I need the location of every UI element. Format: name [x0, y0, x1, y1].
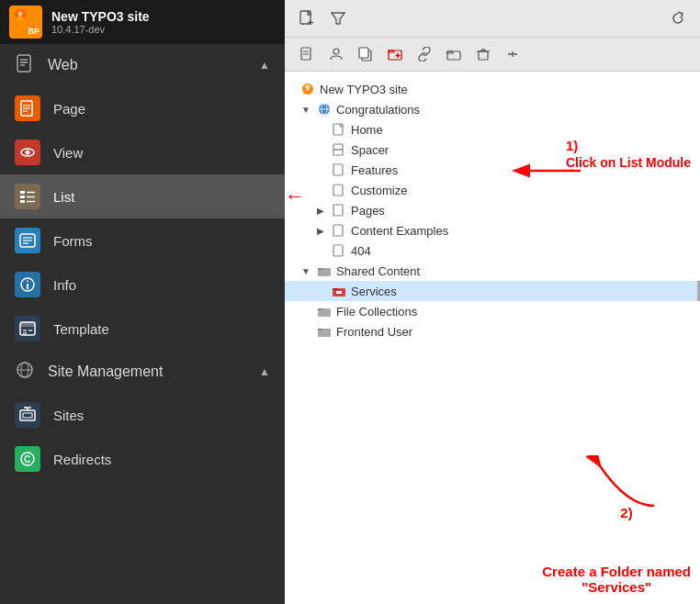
tree-item-home[interactable]: Home [285, 119, 700, 140]
tree-item-pages[interactable]: ▶ Pages [285, 200, 700, 220]
page-tree-icon5 [332, 223, 346, 238]
home-label: Home [351, 123, 383, 137]
tree-item-services[interactable]: Services [285, 281, 700, 301]
eye-icon [19, 144, 36, 161]
forms-icon [19, 232, 36, 249]
svg-rect-13 [20, 196, 25, 198]
info-nav-label: Info [53, 277, 76, 293]
nav-item-template[interactable]: Template [0, 307, 285, 351]
step2-line2: "Services" [542, 579, 691, 595]
more-button[interactable] [500, 41, 525, 67]
nav-item-redirects[interactable]: C Redirects [0, 437, 285, 481]
tree-item-features[interactable]: Features [285, 160, 700, 180]
new-folder-icon [388, 47, 402, 62]
tree-item-shared-content[interactable]: ▼ Shared Content [285, 261, 700, 281]
new-page-button[interactable] [294, 6, 320, 31]
nav-group-web-header[interactable]: Web ▲ [0, 44, 285, 86]
redirects-nav-label: Redirects [53, 452, 111, 467]
expand-home-icon [314, 123, 327, 136]
tree-item-frontend-user[interactable]: Frontend User [285, 321, 700, 341]
doc-icon [299, 47, 314, 62]
404-icon [331, 242, 347, 259]
toolbar-top-left [294, 6, 351, 31]
content-examples-label: Content Examples [351, 224, 448, 238]
svg-point-46 [333, 49, 339, 54]
sites-nav-icon [15, 402, 40, 428]
svg-marker-42 [332, 13, 344, 24]
delete-button[interactable] [470, 41, 496, 67]
expand-customize-icon [314, 184, 327, 196]
features-label: Features [351, 163, 398, 177]
svg-rect-12 [20, 191, 25, 194]
user-button[interactable] [323, 41, 349, 67]
nav-group-site-header[interactable]: Site Management ▲ [0, 351, 285, 393]
svg-rect-52 [447, 51, 460, 60]
pages-label: Pages [351, 204, 385, 218]
step2-line1: Create a Folder named [542, 564, 691, 579]
info-icon [19, 276, 36, 293]
web-chevron-icon: ▲ [259, 59, 270, 72]
page-tree-icon2 [332, 162, 346, 177]
file-collections-icon [316, 303, 333, 319]
svg-rect-2 [17, 55, 30, 72]
tree-item-congratulations[interactable]: ▼ Congratulations [285, 99, 700, 119]
svg-rect-70 [333, 205, 343, 216]
site-info: New TYPO3 site 10.4.17-dev [51, 9, 150, 35]
svg-rect-68 [333, 164, 343, 175]
sidebar: BP New TYPO3 site 10.4.17-dev Web ▲ [0, 0, 285, 604]
nav-group-site-management: Site Management ▲ Sites C [0, 351, 285, 481]
nav-item-view[interactable]: View [0, 130, 285, 174]
content-examples-icon [331, 222, 347, 239]
expand-content-examples-icon[interactable]: ▶ [314, 224, 327, 237]
filter-icon [331, 11, 345, 26]
expand-congratulations-icon[interactable]: ▼ [299, 103, 312, 116]
toolbar-top-right [665, 6, 691, 31]
toolbar-bottom [285, 38, 700, 72]
expand-pages-icon[interactable]: ▶ [314, 204, 327, 217]
tree-item-root[interactable]: New TYPO3 site [285, 79, 700, 99]
link-button[interactable] [412, 41, 437, 67]
user-icon [329, 47, 344, 62]
list-arrow-annotation: ← [285, 185, 305, 208]
doc-button[interactable] [294, 41, 320, 67]
file-tree: New TYPO3 site ▼ Congratulations [285, 72, 700, 604]
trash-icon [476, 47, 491, 62]
nav-item-info[interactable]: Info [0, 263, 285, 307]
copy-button[interactable] [353, 41, 378, 67]
customize-label: Customize [351, 184, 407, 197]
new-folder-button[interactable] [382, 41, 408, 67]
tree-item-404[interactable]: 404 [285, 240, 700, 261]
refresh-button[interactable] [665, 6, 691, 31]
view-nav-icon [15, 140, 40, 165]
expand-frontend-user-icon [299, 325, 312, 338]
svg-text:C: C [24, 454, 30, 464]
nav-item-forms[interactable]: Forms [0, 218, 285, 263]
sites-icon [19, 407, 36, 423]
svg-rect-71 [333, 225, 343, 236]
template-icon [19, 320, 36, 337]
nav-item-sites[interactable]: Sites [0, 393, 285, 437]
tree-item-content-examples[interactable]: ▶ Content Examples [285, 220, 700, 240]
tree-item-file-collections[interactable]: File Collections [285, 301, 700, 321]
expand-features-icon [314, 163, 327, 176]
page-tree-icon3 [332, 183, 346, 197]
list-nav-icon [15, 184, 40, 209]
site-management-icon [15, 360, 35, 384]
version-label: 10.4.17-dev [51, 24, 150, 35]
filter-button[interactable] [325, 6, 351, 31]
nav-item-page[interactable]: Page [0, 86, 285, 130]
tree-item-customize[interactable]: Customize [285, 180, 700, 200]
expand-shared-content-icon[interactable]: ▼ [299, 264, 312, 277]
folder-button[interactable] [441, 41, 467, 67]
nav-item-list[interactable]: List ← [0, 174, 285, 218]
nav-group-web: Web ▲ Page Vi [0, 44, 285, 218]
expand-services-icon [314, 285, 327, 297]
folder-icon [446, 47, 461, 62]
page-tree-icon6 [332, 243, 346, 258]
svg-rect-48 [359, 48, 368, 58]
site-name: New TYPO3 site [51, 9, 150, 24]
tree-item-spacer[interactable]: Spacer [285, 140, 700, 160]
page-nav-icon [15, 95, 40, 121]
divider-icon [505, 47, 520, 62]
web-icon [15, 53, 35, 77]
